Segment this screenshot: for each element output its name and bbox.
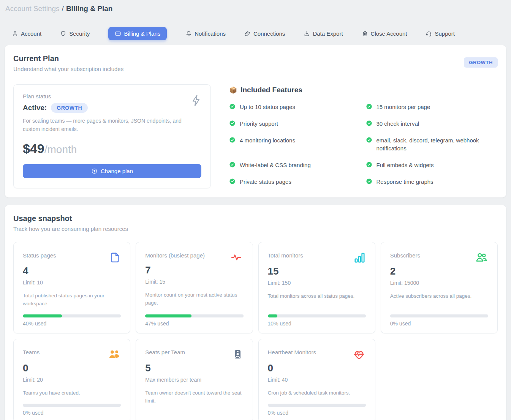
download-icon (304, 30, 310, 37)
usage-snapshot-panel: Usage snapshot Track how you are consumi… (5, 205, 506, 420)
change-plan-button[interactable]: Change plan (23, 164, 201, 178)
usage-card-monitors-busiest: Monitors (busiest page) 7 Limit: 15 Moni… (136, 242, 253, 333)
usage-subtitle: Track how you are consuming plan resourc… (13, 226, 498, 232)
plan-status-card: Plan status Active: GROWTH For scaling t… (13, 84, 211, 188)
person-icon (12, 30, 18, 37)
usage-card-seats-per-team: Seats per Team 5 Max members per team Te… (136, 339, 253, 420)
price-period: /month (44, 144, 77, 156)
current-plan-title: Current Plan (13, 54, 123, 63)
feature-item: Private status pages (229, 178, 361, 186)
feature-item: Up to 10 status pages (229, 103, 361, 111)
breadcrumb-separator: / (62, 5, 64, 13)
people-outline-icon (475, 251, 488, 264)
usage-card-subscribers: Subscribers 2 Limit: 15000 Active subscr… (381, 242, 498, 333)
feature-item: Full embeds & widgets (366, 161, 498, 169)
pulse-icon (229, 251, 244, 263)
trash-icon (362, 30, 368, 37)
paperclip-icon (244, 30, 251, 37)
plan-status-value: Active: (23, 104, 47, 112)
plan-tier-badge: GROWTH (464, 57, 498, 68)
breadcrumb: Account Settings/Billing & Plan (5, 5, 506, 13)
current-plan-panel: Current Plan Understand what your subscr… (5, 45, 506, 197)
billing-page: Account Settings/Billing & Plan Account … (0, 0, 511, 420)
document-icon (109, 251, 121, 264)
people-filled-icon (108, 348, 121, 361)
progress-bar: 0% used (390, 308, 488, 327)
credit-card-icon (115, 30, 121, 37)
feature-item: 4 monitoring locations (229, 136, 361, 153)
tab-account[interactable]: Account (12, 27, 41, 40)
feature-item: White-label & CSS branding (229, 161, 361, 169)
progress-bar: 10% used (268, 308, 366, 327)
headset-icon (426, 30, 432, 37)
feature-item: Priority support (229, 120, 361, 128)
feature-item: Response time graphs (366, 178, 498, 186)
progress-bar: 0% used (23, 397, 121, 416)
tab-data-export[interactable]: Data Export (304, 27, 343, 40)
plan-status-label: Plan status (23, 93, 201, 99)
usage-card-total-monitors: Total monitors 15 Limit: 150 Total monit… (258, 242, 375, 333)
arrow-up-circle-icon (91, 168, 98, 174)
included-features: 📦 Included Features Up to 10 status page… (229, 84, 498, 188)
tab-connections[interactable]: Connections (244, 27, 285, 40)
tab-close-account[interactable]: Close Account (362, 27, 407, 40)
feature-item: 30 check interval (366, 120, 498, 128)
id-badge-icon (232, 348, 244, 361)
usage-card-status-pages: Status pages 4 Limit: 10 Total published… (13, 242, 130, 333)
package-icon: 📦 (229, 86, 237, 94)
page-title: Billing & Plan (66, 5, 112, 13)
feature-item: email, slack, discord, telegram, webhook… (366, 136, 498, 153)
progress-bar: 40% used (23, 308, 121, 327)
included-features-title: Included Features (240, 86, 302, 94)
bell-icon (185, 30, 192, 37)
price-amount: $49 (23, 141, 44, 156)
tab-billing-plans[interactable]: Billing & Plans (108, 27, 167, 40)
usage-title: Usage snapshot (13, 214, 498, 223)
settings-tab-bar: Account Security Billing & Plans Notific… (5, 27, 506, 40)
bar-chart-icon (353, 251, 366, 264)
plan-status-badge: GROWTH (51, 103, 88, 113)
lightning-icon (190, 94, 202, 107)
tab-security[interactable]: Security (60, 27, 90, 40)
tab-notifications[interactable]: Notifications (185, 27, 226, 40)
usage-card-teams: Teams 0 Limit: 20 Teams you have created… (13, 339, 130, 420)
progress-bar: 0% used (268, 397, 366, 416)
shield-icon (60, 30, 66, 37)
heart-pulse-icon (352, 348, 366, 361)
plan-description: For scaling teams — more pages & monitor… (23, 117, 186, 133)
usage-card-heartbeat-monitors: Heartbeat Monitors 0 Limit: 40 Cron job … (258, 339, 375, 420)
tab-support[interactable]: Support (426, 27, 455, 40)
feature-item: 15 monitors per page (366, 103, 498, 111)
progress-bar: 47% used (145, 308, 243, 327)
current-plan-subtitle: Understand what your subscription includ… (13, 66, 123, 72)
plan-price: $49 /month (23, 141, 201, 156)
breadcrumb-section[interactable]: Account Settings (5, 5, 60, 13)
